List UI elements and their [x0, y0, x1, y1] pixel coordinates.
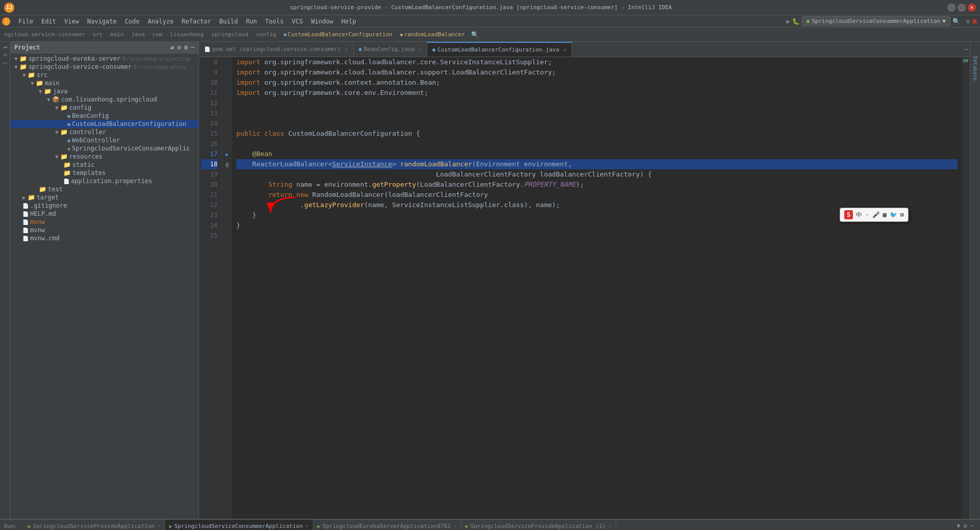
sidebar-favorites-icon[interactable]: 2 — [2, 60, 9, 66]
run-tab-close-3[interactable]: ✕ — [454, 523, 456, 528]
breadcrumb-java[interactable]: java — [131, 31, 145, 38]
breadcrumb-config[interactable]: config — [256, 31, 276, 38]
tab-close-pom[interactable]: ✕ — [345, 46, 348, 52]
breadcrumb-project[interactable]: ngcloud-service-consumer — [4, 31, 85, 38]
menu-code[interactable]: Code — [121, 17, 144, 26]
menu-help[interactable]: Help — [337, 17, 360, 26]
tree-item-test[interactable]: 📁 test — [10, 185, 199, 193]
tab-beanconfig[interactable]: ● BeanConfig.java ✕ — [354, 42, 427, 57]
run-tab-close-4[interactable]: ✕ — [609, 523, 611, 528]
run-tab-close-2[interactable]: ✕ — [306, 523, 308, 528]
breadcrumb-main[interactable]: main — [110, 31, 124, 38]
maximize-button[interactable]: □ — [958, 4, 966, 12]
sidebar-database-icon[interactable]: Database — [971, 52, 979, 85]
tree-item-target[interactable]: ▶ 📁 target — [10, 193, 199, 201]
settings-btn[interactable]: ⚙ — [966, 18, 970, 25]
menu-navigate[interactable]: Navigate — [83, 17, 121, 26]
sidebar-structure-icon[interactable]: S — [2, 52, 9, 58]
editor-content[interactable]: 8 9 10 11 12 13 14 15 16 17 18 19 20 21 … — [199, 57, 970, 519]
tree-item-webcontroller[interactable]: ● WebController — [10, 136, 199, 144]
close-button[interactable]: ✕ — [968, 4, 976, 12]
tree-item-static[interactable]: 📁 static — [10, 161, 199, 169]
menu-build[interactable]: Build — [215, 17, 242, 26]
breadcrumb-springcloud[interactable]: springcloud — [211, 31, 249, 38]
tree-item-beanconfig[interactable]: ● BeanConfig — [10, 112, 199, 120]
run-tab-eureka[interactable]: ▶ SpringcloudEurekaServerApplication8762… — [313, 520, 461, 531]
tree-item-helpmd[interactable]: 📄 HELP.md — [10, 210, 199, 218]
im-chinese-btn[interactable]: 中 — [856, 211, 862, 219]
tree-item-java[interactable]: ▼ 📁 java — [10, 87, 199, 95]
panel-settings-btn[interactable]: ⚙ — [177, 44, 181, 51]
recent-files-btn[interactable]: ⋯ — [964, 46, 968, 53]
tree-item-appprops[interactable]: 📄 application.properties — [10, 177, 199, 185]
run-tabs: ▶ SpringcloudServiceProvideApplication ✕… — [22, 520, 976, 531]
menu-file[interactable]: File — [14, 17, 37, 26]
tab-pomxml[interactable]: 📄 pom.xml (springcloud-service-consumer)… — [199, 42, 354, 57]
tree-item-src[interactable]: ▼ 📁 src — [10, 71, 199, 79]
stop-btn[interactable]: ⏹ — [972, 18, 978, 25]
breadcrumb-src[interactable]: src — [93, 31, 103, 38]
menu-edit[interactable]: Edit — [37, 17, 60, 26]
menu-refactor[interactable]: Refactor — [178, 17, 215, 26]
menu-run[interactable]: Run — [242, 17, 261, 26]
tab-customlb[interactable]: ● CustomLoadBalancerConfiguration.java ✕ — [427, 42, 572, 57]
tree-item-mvnw[interactable]: 📄 mvnw — [10, 226, 199, 234]
breadcrumb-method[interactable]: randomLoadBalancer — [404, 31, 465, 38]
breadcrumb-lixuanhong[interactable]: lixuanhong — [170, 31, 204, 38]
tree-item-main[interactable]: ▼ 📁 main — [10, 79, 199, 87]
tree-item-springapp[interactable]: ◆ SpringcloudServiceConsumerApplic — [10, 144, 199, 153]
java-icon-webctrl: ● — [67, 138, 70, 143]
im-grid-btn[interactable]: ⊞ — [900, 211, 904, 218]
code-editor[interactable]: import org.springframework.cloud.loadbal… — [232, 57, 962, 519]
menu-vcs[interactable]: VCS — [288, 17, 307, 26]
minimize-button[interactable]: ─ — [947, 4, 955, 12]
run-tab-consumer[interactable]: ▶ SpringcloudServiceConsummerApplication… — [165, 520, 313, 531]
run-tabs-dropdown[interactable]: ▼ — [957, 522, 960, 529]
tree-label-static: static — [72, 161, 94, 168]
breadcrumb-class[interactable]: CustomLoadBalancerConfiguration — [288, 31, 393, 38]
tree-item-consumer[interactable]: ▼ 📁 springcloud-service-consumer D:\xinc… — [10, 63, 199, 71]
im-dot-btn[interactable]: · — [865, 211, 869, 218]
breadcrumb-search-icon[interactable]: 🔍 — [471, 31, 479, 38]
tree-item-mvnwcmd[interactable]: 📄 mvnw.cmd — [10, 234, 199, 242]
menu-view[interactable]: View — [60, 17, 83, 26]
im-widget[interactable]: S 中 · 🎤 ▦ 🐦 ⊞ — [840, 208, 909, 222]
run-tabs-settings[interactable]: ⚙ — [964, 522, 967, 529]
panel-close-btn[interactable]: ─ — [191, 44, 194, 51]
run-tab-provide[interactable]: ▶ SpringcloudServiceProvideApplication ✕ — [24, 520, 165, 531]
tree-item-pomxml[interactable]: 📄 mvnw — [10, 218, 199, 226]
tree-item-config[interactable]: ▼ 📁 config — [10, 104, 199, 112]
im-table-btn[interactable]: ▦ — [883, 211, 887, 218]
tab-close-customlb[interactable]: ✕ — [564, 47, 567, 53]
tree-label-consumer: springcloud-service-consumer — [29, 63, 132, 70]
tree-item-resources[interactable]: ▼ 📁 resources — [10, 153, 199, 161]
run-tab-icon-1: ▶ — [28, 523, 31, 529]
tree-item-eureka-server[interactable]: ▼ 📁 springcloud-eureka-server D:\xinchen… — [10, 55, 199, 63]
tree-item-package[interactable]: ▼ 📦 com.lixuanhong.springcloud — [10, 95, 199, 104]
toolbar-run-btn[interactable]: ▶ — [787, 18, 790, 25]
tree-item-templates[interactable]: 📁 templates — [10, 169, 199, 177]
gutter-run-17[interactable]: ▶ — [222, 149, 232, 159]
tree-item-customlb[interactable]: ● CustomLoadBalancerConfiguration — [10, 120, 199, 128]
im-bird-btn[interactable]: 🐦 — [890, 211, 897, 218]
breadcrumb-com[interactable]: com — [152, 31, 162, 38]
tree-label-webcontroller: WebController — [72, 137, 120, 144]
toolbar-debug-btn[interactable]: 🐛 — [792, 18, 800, 25]
panel-gear-btn[interactable]: ≡ — [184, 44, 188, 51]
run-config-dropdown[interactable]: ● SpringcloudServiceConsummerApplication… — [802, 16, 950, 26]
run-tab-provide2[interactable]: ▶ SpringcloudServiceProvideApplication (… — [461, 520, 616, 531]
tab-close-bean[interactable]: ✕ — [419, 46, 422, 52]
tree-label-target: target — [37, 194, 59, 201]
im-mic-btn[interactable]: 🎤 — [872, 211, 880, 218]
run-tab-close-1[interactable]: ✕ — [158, 523, 160, 528]
menu-analyze[interactable]: Analyze — [143, 17, 178, 26]
tree-item-gitignore[interactable]: 📄 .gitignore — [10, 201, 199, 210]
tree-item-controller[interactable]: ▼ 📁 controller — [10, 128, 199, 136]
panel-sync-btn[interactable]: ⇄ — [170, 44, 174, 51]
search-everywhere-btn[interactable]: 🔍 — [952, 18, 960, 25]
menu-tools[interactable]: Tools — [261, 17, 288, 26]
tree-label-gitignore: .gitignore — [30, 202, 67, 209]
sidebar-project-icon[interactable]: 1 — [2, 44, 9, 51]
menu-window[interactable]: Window — [307, 17, 337, 26]
run-tabs-close[interactable]: ─ — [970, 522, 974, 529]
